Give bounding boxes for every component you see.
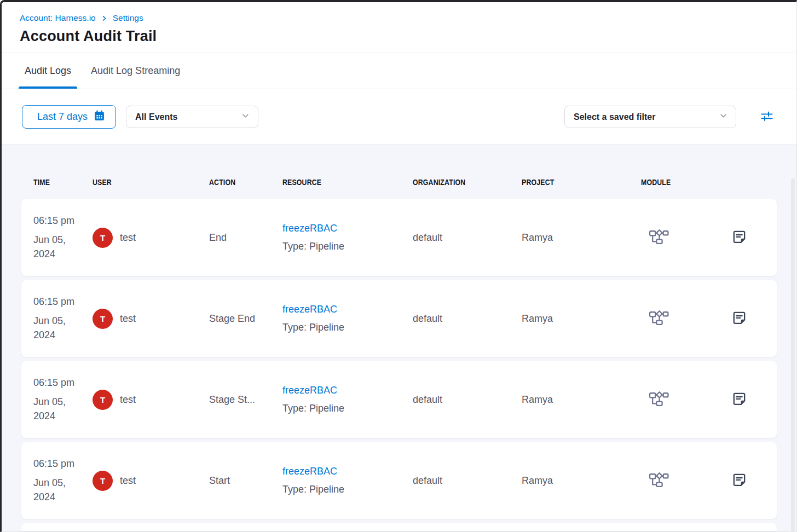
- pipeline-icon: [649, 316, 669, 327]
- column-header-resource: RESOURCE: [282, 178, 413, 187]
- user-name: test: [120, 475, 136, 487]
- user-cell: T test: [93, 228, 209, 248]
- resource-type: Type: Pipeline: [282, 322, 413, 333]
- app-window: Account: Harness.io Settings Account Aud…: [0, 0, 797, 532]
- table-row[interactable]: 06:15 pm Jun 05, 2024 T test End freezeR…: [21, 199, 777, 276]
- resource-cell: freezeRBAC Type: Pipeline: [282, 466, 413, 495]
- table-row[interactable]: 06:15 pm Jun 05, 2024 T test Stage St...…: [21, 361, 777, 438]
- action-cell: Stage End: [209, 313, 282, 325]
- audit-table-area: TIME USER ACTION RESOURCE ORGANIZATION P…: [2, 145, 796, 531]
- tab-label: Audit Logs: [25, 65, 71, 77]
- note-button[interactable]: [730, 470, 749, 491]
- tab-audit-logs[interactable]: Audit Logs: [25, 53, 71, 89]
- avatar: T: [93, 471, 113, 491]
- resource-type: Type: Pipeline: [282, 241, 413, 252]
- action-cell: Stage St...: [209, 394, 282, 406]
- avatar: T: [93, 390, 113, 410]
- date-range-button[interactable]: Last 7 days: [22, 105, 116, 129]
- resource-link[interactable]: freezeRBAC: [282, 223, 337, 234]
- events-dropdown-value: All Events: [135, 112, 177, 122]
- column-header-project: PROJECT: [522, 178, 641, 187]
- resource-type: Type: Pipeline: [282, 403, 413, 414]
- resource-cell: freezeRBAC Type: Pipeline: [282, 304, 413, 333]
- chevron-down-icon: [719, 112, 727, 122]
- time-cell: 06:15 pm Jun 05, 2024: [33, 376, 93, 423]
- breadcrumb-settings-link[interactable]: Settings: [113, 13, 143, 23]
- table-row-partial[interactable]: [21, 523, 777, 531]
- chevron-right-icon: [101, 15, 108, 22]
- chevron-down-icon: [241, 112, 250, 122]
- project-cell: Ramya: [522, 313, 641, 325]
- table-header-row: TIME USER ACTION RESOURCE ORGANIZATION P…: [21, 178, 777, 187]
- time-cell: 06:15 pm Jun 05, 2024: [33, 295, 93, 342]
- tab-label: Audit Log Streaming: [91, 65, 180, 77]
- note-icon: [731, 390, 748, 409]
- time-cell: 06:15 pm Jun 05, 2024: [33, 457, 93, 504]
- date-range-label: Last 7 days: [37, 111, 88, 123]
- note-icon: [731, 471, 748, 490]
- resource-type: Type: Pipeline: [282, 484, 413, 495]
- note-cell: [730, 470, 765, 491]
- project-cell: Ramya: [522, 232, 641, 244]
- note-cell: [730, 389, 765, 410]
- organization-cell: default: [413, 313, 522, 325]
- vertical-scrollbar[interactable]: [791, 178, 795, 531]
- note-button[interactable]: [730, 227, 749, 248]
- pipeline-icon: [649, 478, 669, 489]
- note-icon: [731, 228, 748, 247]
- column-header-action: ACTION: [209, 178, 282, 187]
- project-cell: Ramya: [522, 394, 641, 406]
- events-dropdown[interactable]: All Events: [126, 106, 258, 128]
- pipeline-icon: [649, 397, 669, 408]
- tab-audit-log-streaming[interactable]: Audit Log Streaming: [91, 53, 180, 89]
- page-header: Account: Harness.io Settings Account Aud…: [2, 2, 796, 53]
- pipeline-icon: [649, 235, 669, 246]
- page-title: Account Audit Trail: [20, 28, 777, 45]
- resource-link[interactable]: freezeRBAC: [282, 385, 337, 396]
- user-cell: T test: [93, 390, 209, 410]
- project-cell: Ramya: [522, 475, 641, 487]
- avatar: T: [93, 309, 113, 329]
- organization-cell: default: [413, 232, 522, 244]
- module-cell: [641, 471, 730, 490]
- table-row[interactable]: 06:15 pm Jun 05, 2024 T test Stage End f…: [21, 280, 777, 357]
- column-header-time: TIME: [33, 178, 93, 187]
- time-cell: 06:15 pm Jun 05, 2024: [33, 214, 93, 261]
- column-header-module: MODULE: [641, 178, 730, 187]
- column-header-organization: ORGANIZATION: [413, 178, 522, 187]
- avatar: T: [93, 228, 113, 248]
- sliders-icon: [760, 110, 773, 124]
- saved-filter-value: Select a saved filter: [574, 112, 655, 122]
- filter-bar: Last 7 days All Events Select a saved fi…: [2, 89, 796, 145]
- breadcrumb-account-link[interactable]: Account: Harness.io: [20, 13, 96, 23]
- note-icon: [731, 309, 748, 328]
- filter-settings-button[interactable]: [758, 108, 776, 126]
- resource-link[interactable]: freezeRBAC: [282, 304, 337, 315]
- module-cell: [641, 228, 730, 247]
- tab-bar: Audit Logs Audit Log Streaming: [2, 53, 796, 89]
- calendar-icon: [94, 110, 105, 124]
- column-header-user: USER: [93, 178, 209, 187]
- organization-cell: default: [413, 394, 522, 406]
- note-button[interactable]: [730, 308, 749, 329]
- user-name: test: [120, 313, 136, 325]
- table-row[interactable]: 06:15 pm Jun 05, 2024 T test Start freez…: [21, 442, 777, 519]
- module-cell: [641, 390, 730, 409]
- resource-link[interactable]: freezeRBAC: [282, 466, 337, 477]
- user-cell: T test: [93, 471, 209, 491]
- action-cell: Start: [209, 475, 282, 487]
- module-cell: [641, 309, 730, 328]
- user-cell: T test: [93, 309, 209, 329]
- note-button[interactable]: [730, 389, 749, 410]
- breadcrumb: Account: Harness.io Settings: [20, 13, 777, 23]
- resource-cell: freezeRBAC Type: Pipeline: [282, 223, 413, 252]
- organization-cell: default: [413, 475, 522, 487]
- note-cell: [730, 308, 765, 329]
- user-name: test: [120, 394, 136, 406]
- saved-filter-dropdown[interactable]: Select a saved filter: [564, 106, 736, 128]
- resource-cell: freezeRBAC Type: Pipeline: [282, 385, 413, 414]
- note-cell: [730, 227, 765, 248]
- action-cell: End: [209, 232, 282, 244]
- user-name: test: [120, 232, 136, 244]
